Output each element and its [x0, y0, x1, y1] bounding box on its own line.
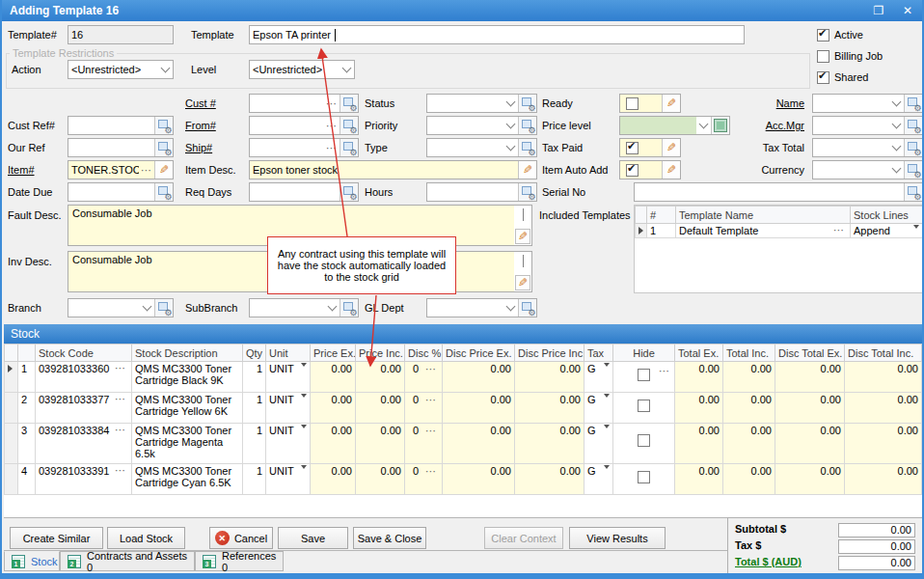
- ship-no-field[interactable]: ⋯ ⚙: [249, 138, 359, 157]
- gear-icon[interactable]: ⚙: [154, 299, 173, 317]
- gear-icon[interactable]: ⚙: [518, 183, 536, 201]
- chevron-down-icon[interactable]: [503, 139, 518, 156]
- tab-stock[interactable]: 1 Stock: [4, 551, 60, 571]
- checkbox[interactable]: [817, 29, 829, 41]
- checkbox[interactable]: [817, 71, 829, 84]
- subbranch-dropdown[interactable]: ⚙: [249, 298, 359, 317]
- hide-checkbox[interactable]: [638, 471, 650, 483]
- save-and-close-button[interactable]: Save & Close: [353, 527, 426, 549]
- gear-icon[interactable]: ⚙: [518, 117, 536, 134]
- gear-icon[interactable]: ⚙: [518, 139, 536, 156]
- hours-field[interactable]: ⚙: [426, 182, 537, 202]
- chevron-down-icon[interactable]: [523, 208, 524, 220]
- checkbox[interactable]: [817, 50, 829, 63]
- hide-checkbox[interactable]: [638, 400, 650, 412]
- active-checkbox[interactable]: Active: [817, 27, 863, 42]
- gear-icon[interactable]: ⚙: [904, 139, 922, 156]
- total-label[interactable]: Total $ (AUD): [735, 556, 802, 567]
- checkbox[interactable]: [626, 142, 639, 154]
- edit-pencil-icon[interactable]: ✎: [662, 95, 680, 112]
- ellipsis-icon[interactable]: ⋯: [324, 143, 340, 152]
- chevron-down-icon[interactable]: [889, 139, 904, 156]
- ellipsis-icon[interactable]: ⋯: [423, 364, 439, 373]
- stock-row[interactable]: 3 039281033384⋯ QMS MC3300 Toner Cartrid…: [5, 424, 922, 464]
- ellipsis-icon[interactable]: ⋯: [113, 394, 128, 403]
- shared-checkbox[interactable]: Shared: [817, 69, 868, 85]
- ellipsis-icon[interactable]: ⋯: [423, 395, 439, 404]
- col-num[interactable]: #: [647, 207, 676, 224]
- cust-no-label[interactable]: Cust #: [185, 94, 216, 113]
- acc-mgr-label[interactable]: Acc.Mgr: [716, 116, 804, 135]
- level-dropdown[interactable]: <Unrestricted>: [249, 60, 355, 79]
- billing-job-checkbox[interactable]: Billing Job: [817, 48, 883, 64]
- gear-icon[interactable]: ⚙: [904, 95, 922, 112]
- chevron-down-icon[interactable]: [889, 117, 904, 134]
- gear-icon[interactable]: ⚙: [904, 161, 922, 179]
- req-days-field[interactable]: ⚙: [249, 182, 359, 202]
- ellipsis-icon[interactable]: ⋯: [113, 465, 128, 475]
- gear-icon[interactable]: ⚙: [518, 95, 536, 112]
- chevron-down-icon[interactable]: [340, 61, 354, 78]
- tax-total-dropdown[interactable]: ⚙: [812, 138, 923, 157]
- acc-mgr-dropdown[interactable]: ⚙: [812, 116, 923, 135]
- edit-pencil-icon[interactable]: ✎: [154, 161, 173, 179]
- restore-window-icon[interactable]: ❐: [864, 0, 893, 21]
- gear-icon[interactable]: ⚙: [904, 183, 922, 201]
- ellipsis-icon[interactable]: ⋯: [139, 165, 154, 175]
- ship-no-label[interactable]: Ship#: [185, 138, 212, 157]
- gear-icon[interactable]: ⚙: [340, 183, 358, 201]
- type-dropdown[interactable]: ⚙: [426, 138, 537, 157]
- hide-checkbox[interactable]: [638, 369, 650, 381]
- checkbox[interactable]: [626, 97, 639, 110]
- stock-row[interactable]: 1 039281033360⋯ QMS MC3300 Toner Cartrid…: [5, 362, 922, 393]
- gear-icon[interactable]: ⚙: [340, 95, 358, 112]
- chevron-down-icon[interactable]: [503, 117, 518, 134]
- price-level-dropdown[interactable]: [619, 116, 730, 135]
- cancel-button[interactable]: ✕ Cancel: [209, 527, 273, 549]
- branch-dropdown[interactable]: ⚙: [68, 298, 174, 317]
- item-auto-add-checkbox-control[interactable]: ✎: [619, 160, 681, 179]
- chevron-down-icon[interactable]: [325, 299, 340, 317]
- cust-ref-field[interactable]: ⚙: [68, 116, 174, 135]
- ellipsis-icon[interactable]: ⋯: [324, 121, 340, 130]
- edit-pencil-icon[interactable]: ✎: [518, 161, 536, 179]
- chevron-down-icon[interactable]: [503, 95, 518, 112]
- action-dropdown[interactable]: <Unrestricted>: [68, 60, 174, 79]
- currency-dropdown[interactable]: ⚙: [812, 160, 923, 179]
- stock-row[interactable]: 2 039281033377⋯ QMS MC3300 Toner Cartrid…: [5, 393, 922, 424]
- gear-icon[interactable]: ⚙: [154, 183, 173, 201]
- ready-checkbox-control[interactable]: ✎: [619, 94, 681, 113]
- name-label[interactable]: Name: [716, 94, 804, 113]
- tab-contracts-and-assets[interactable]: 2 Contracts and Assets 0: [60, 551, 195, 571]
- hide-checkbox[interactable]: [638, 434, 650, 447]
- included-template-row[interactable]: 1 Default Template⋯ Append: [636, 224, 923, 238]
- load-stock-button[interactable]: Load Stock: [107, 527, 185, 549]
- view-results-button[interactable]: View Results: [569, 527, 666, 549]
- gear-icon[interactable]: ⚙: [154, 117, 173, 134]
- close-icon[interactable]: ✕: [893, 0, 922, 21]
- template-name-field[interactable]: Epson TA printer: [249, 25, 745, 44]
- edit-pencil-icon[interactable]: ✎: [662, 161, 680, 179]
- item-desc-field[interactable]: Epson toner stock ✎: [249, 160, 537, 179]
- serial-no-field[interactable]: ⚙: [634, 182, 923, 202]
- gear-icon[interactable]: ⚙: [518, 299, 536, 317]
- ellipsis-icon[interactable]: ⋯: [831, 225, 847, 234]
- cust-no-field[interactable]: ⋯ ⚙: [249, 94, 359, 113]
- chevron-down-icon[interactable]: [889, 161, 904, 179]
- gl-dept-dropdown[interactable]: ⚙: [426, 298, 537, 317]
- gear-icon[interactable]: ⚙: [904, 117, 922, 134]
- col-stock-lines[interactable]: Stock Lines: [851, 207, 923, 224]
- item-no-label[interactable]: Item#: [8, 160, 35, 179]
- chevron-down-icon[interactable]: [696, 117, 711, 134]
- from-no-field[interactable]: ⋯ ⚙: [249, 116, 359, 135]
- col-template-name[interactable]: Template Name: [676, 207, 851, 224]
- chevron-down-icon[interactable]: [523, 255, 524, 266]
- create-similar-button[interactable]: Create Similar: [10, 527, 103, 549]
- ellipsis-icon[interactable]: ⋯: [657, 366, 672, 375]
- item-no-field[interactable]: TONER.STOCK ⋯ ✎: [68, 160, 174, 179]
- save-button[interactable]: Save: [278, 527, 348, 549]
- date-due-field[interactable]: ⚙: [68, 182, 174, 202]
- status-dropdown[interactable]: ⚙: [426, 94, 537, 113]
- from-no-label[interactable]: From#: [185, 116, 216, 135]
- gear-icon[interactable]: ⚙: [340, 299, 358, 317]
